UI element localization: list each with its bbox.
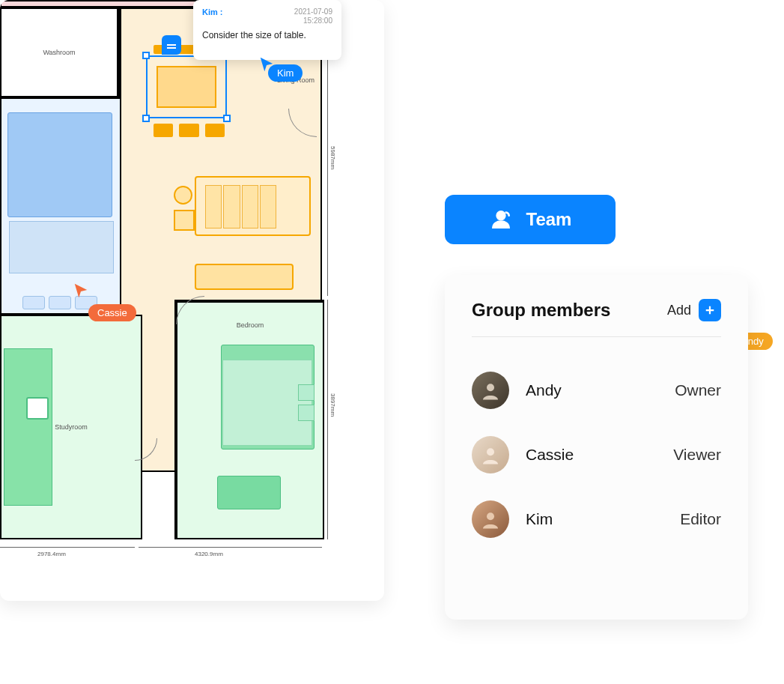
cursor-cassie	[73, 282, 89, 299]
member-name: Andy	[526, 381, 562, 399]
avatar	[472, 500, 509, 538]
team-icon	[489, 208, 513, 231]
avatar	[472, 436, 509, 473]
dimension-lower-height: 3897mm	[329, 393, 336, 417]
floorplan-card: Washroom Bedroom02 Living Room Studyroom…	[0, 0, 384, 601]
dining-chairs-bottom[interactable]	[154, 124, 225, 139]
bed-blanket-2	[222, 360, 312, 446]
dimension-left-width: 2978.4mm	[37, 551, 66, 557]
room-label: Bedroom	[237, 321, 264, 329]
nightstand-1[interactable]	[298, 384, 314, 401]
comment-body: Consider the size of table.	[202, 30, 332, 40]
svg-point-1	[487, 384, 494, 391]
study-shelf[interactable]	[4, 348, 52, 506]
room-label: Washroom	[43, 49, 75, 56]
dining-table-selected[interactable]	[146, 55, 227, 118]
comment-marker-icon[interactable]	[162, 35, 181, 55]
member-name: Cassie	[526, 446, 574, 464]
member-role: Editor	[680, 510, 721, 528]
members-title: Group members	[472, 300, 610, 321]
comment-timestamp: 2021-07-09 15:28:00	[294, 7, 332, 25]
dimension-upper-height: 5987mm	[329, 146, 336, 169]
team-button[interactable]: Team	[445, 195, 616, 244]
group-members-panel: Group members Add Andy Owner Cassie View…	[445, 275, 748, 620]
resize-handle-se[interactable]	[223, 115, 231, 122]
side-table-square[interactable]	[174, 210, 195, 231]
member-role: Owner	[675, 381, 721, 399]
add-member-button[interactable]	[699, 299, 721, 321]
member-row[interactable]: Andy Owner	[472, 358, 721, 423]
add-label: Add	[667, 303, 691, 318]
room-label: Studyroom	[55, 423, 88, 431]
add-member-wrap[interactable]: Add	[667, 299, 721, 321]
dimension-line	[0, 547, 135, 548]
member-name: Kim	[526, 510, 553, 528]
study-desk[interactable]	[26, 397, 49, 420]
floorplan-canvas[interactable]: Washroom Bedroom02 Living Room Studyroom…	[0, 0, 384, 601]
plus-icon	[703, 303, 717, 317]
svg-point-0	[496, 211, 505, 220]
rug[interactable]	[195, 264, 294, 290]
side-table-round[interactable]	[174, 186, 192, 205]
member-role: Viewer	[673, 446, 721, 464]
svg-point-3	[487, 512, 494, 520]
l-sofa[interactable]	[195, 176, 311, 236]
member-row[interactable]: Kim Editor	[472, 487, 721, 551]
avatar	[472, 372, 509, 409]
cursor-label-cassie: Cassie	[88, 304, 136, 321]
team-button-label: Team	[526, 209, 572, 230]
resize-handle-sw[interactable]	[142, 115, 150, 122]
comment-card[interactable]: Kim : 2021-07-09 15:28:00 Consider the s…	[193, 0, 341, 60]
dimension-right-width: 4320.9mm	[195, 551, 223, 557]
resize-handle-nw[interactable]	[142, 52, 150, 59]
nightstand-2[interactable]	[298, 405, 314, 421]
cursor-label-kim: Kim	[268, 64, 303, 82]
member-row[interactable]: Cassie Viewer	[472, 423, 721, 487]
bed-blanket[interactable]	[9, 221, 114, 273]
selection-frame[interactable]	[146, 55, 227, 118]
bench[interactable]	[217, 476, 281, 509]
bed-bedroom02[interactable]	[7, 112, 112, 217]
dimension-line	[327, 300, 328, 539]
dimension-line	[139, 547, 322, 548]
svg-point-2	[487, 448, 494, 456]
room-washroom[interactable]: Washroom	[0, 7, 120, 97]
comment-author: Kim :	[202, 7, 223, 16]
